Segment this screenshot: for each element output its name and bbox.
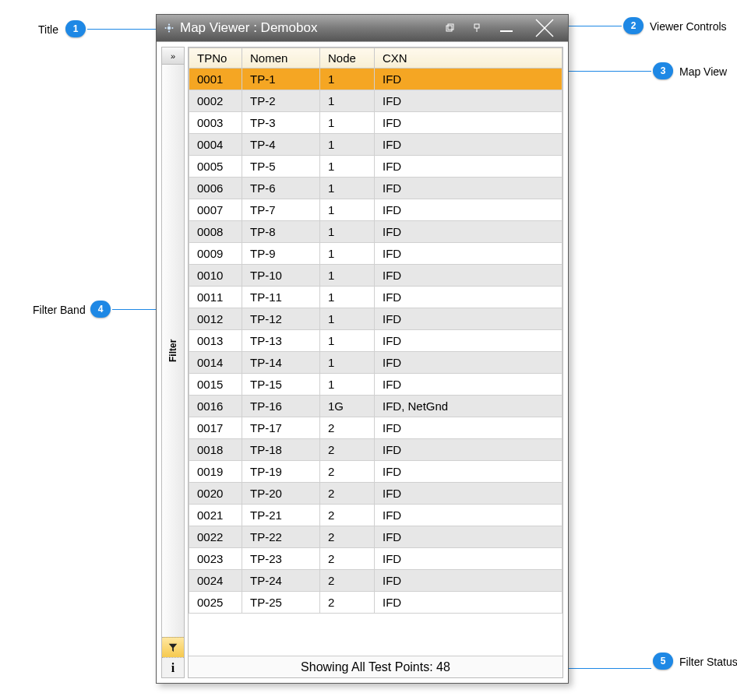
col-header-node[interactable]: Node <box>320 48 375 69</box>
filter-band: » Filter i <box>161 47 185 678</box>
table-row[interactable]: 0001TP-11IFD <box>189 69 562 90</box>
cell-tpno: 0009 <box>189 243 242 265</box>
window-title: Map Viewer : Demobox <box>180 20 317 36</box>
table-row[interactable]: 0003TP-31IFD <box>189 112 562 134</box>
cell-node: 2 <box>320 439 375 461</box>
cell-cxn: IFD <box>375 461 562 483</box>
cell-cxn: IFD <box>375 352 562 374</box>
cell-tpno: 0021 <box>189 505 242 526</box>
titlebar: Map Viewer : Demobox <box>157 15 568 41</box>
cell-nomen: TP-14 <box>242 352 320 374</box>
table-row[interactable]: 0022TP-222IFD <box>189 526 562 548</box>
table-row[interactable]: 0015TP-151IFD <box>189 374 562 396</box>
cell-tpno: 0003 <box>189 112 242 134</box>
cell-node: 2 <box>320 548 375 570</box>
cell-tpno: 0015 <box>189 374 242 396</box>
info-icon[interactable]: i <box>162 657 184 677</box>
cell-node: 1 <box>320 308 375 330</box>
cell-node: 2 <box>320 483 375 505</box>
cell-cxn: IFD <box>375 134 562 156</box>
cell-tpno: 0025 <box>189 592 242 614</box>
table-row[interactable]: 0025TP-252IFD <box>189 592 562 614</box>
cell-nomen: TP-13 <box>242 330 320 352</box>
col-header-nomen[interactable]: Nomen <box>242 48 320 69</box>
minimize-button[interactable] <box>495 19 518 37</box>
col-header-cxn[interactable]: CXN <box>375 48 562 69</box>
cell-node: 1 <box>320 156 375 178</box>
cell-nomen: TP-1 <box>242 69 320 90</box>
table-row[interactable]: 0007TP-71IFD <box>189 199 562 221</box>
cell-nomen: TP-9 <box>242 243 320 265</box>
table-row[interactable]: 0023TP-232IFD <box>189 548 562 570</box>
table-row[interactable]: 0016TP-161GIFD, NetGnd <box>189 396 562 417</box>
cell-cxn: IFD <box>375 243 562 265</box>
callout-2-line <box>559 26 622 26</box>
cell-tpno: 0016 <box>189 396 242 417</box>
pin-icon[interactable] <box>468 19 485 37</box>
cell-tpno: 0001 <box>189 69 242 90</box>
svg-rect-5 <box>448 24 453 30</box>
filter-expand-button[interactable]: » <box>162 47 184 65</box>
table-row[interactable]: 0004TP-41IFD <box>189 134 562 156</box>
table-row[interactable]: 0024TP-242IFD <box>189 570 562 592</box>
cell-tpno: 0010 <box>189 265 242 287</box>
restore-down-icon[interactable] <box>442 19 459 37</box>
cell-cxn: IFD <box>375 526 562 548</box>
callout-3-label: Map View <box>679 65 727 78</box>
cell-node: 1 <box>320 199 375 221</box>
cell-nomen: TP-15 <box>242 374 320 396</box>
cell-cxn: IFD <box>375 592 562 614</box>
table-row[interactable]: 0009TP-91IFD <box>189 243 562 265</box>
map-viewer-window: Map Viewer : Demobox » Filter i <box>156 14 569 684</box>
table-row[interactable]: 0011TP-111IFD <box>189 287 562 308</box>
svg-point-3 <box>168 24 170 26</box>
table-row[interactable]: 0019TP-192IFD <box>189 461 562 483</box>
table-scroll[interactable]: TPNo Nomen Node CXN 0001TP-11IFD0002TP-2… <box>189 47 562 656</box>
cell-node: 2 <box>320 526 375 548</box>
table-row[interactable]: 0020TP-202IFD <box>189 483 562 505</box>
cell-nomen: TP-24 <box>242 570 320 592</box>
table-row[interactable]: 0021TP-212IFD <box>189 505 562 526</box>
cell-node: 1 <box>320 112 375 134</box>
cell-tpno: 0014 <box>189 352 242 374</box>
svg-rect-7 <box>474 24 479 28</box>
table-row[interactable]: 0014TP-141IFD <box>189 352 562 374</box>
table-row[interactable]: 0010TP-101IFD <box>189 265 562 287</box>
cell-cxn: IFD <box>375 90 562 112</box>
cell-cxn: IFD <box>375 505 562 526</box>
cell-node: 1 <box>320 265 375 287</box>
table-row[interactable]: 0002TP-21IFD <box>189 90 562 112</box>
table-row[interactable]: 0013TP-131IFD <box>189 330 562 352</box>
table-row[interactable]: 0008TP-81IFD <box>189 221 562 243</box>
cell-node: 1 <box>320 221 375 243</box>
cell-tpno: 0019 <box>189 461 242 483</box>
table-row[interactable]: 0017TP-172IFD <box>189 417 562 439</box>
cell-nomen: TP-21 <box>242 505 320 526</box>
cell-node: 1 <box>320 352 375 374</box>
table-row[interactable]: 0005TP-51IFD <box>189 156 562 178</box>
cell-tpno: 0007 <box>189 199 242 221</box>
cell-node: 1 <box>320 90 375 112</box>
callout-3-bubble: 3 <box>653 62 673 79</box>
cell-tpno: 0012 <box>189 308 242 330</box>
cell-tpno: 0018 <box>189 439 242 461</box>
cell-cxn: IFD <box>375 570 562 592</box>
cell-nomen: TP-19 <box>242 461 320 483</box>
cell-tpno: 0022 <box>189 526 242 548</box>
cell-cxn: IFD <box>375 330 562 352</box>
cell-cxn: IFD <box>375 483 562 505</box>
callout-1-label: Title <box>38 23 58 36</box>
body-area: » Filter i TPNo Nomen Node CXN <box>157 41 568 683</box>
table-row[interactable]: 0006TP-61IFD <box>189 178 562 199</box>
callout-1-line <box>87 29 165 30</box>
col-header-tpno[interactable]: TPNo <box>189 48 242 69</box>
table-row[interactable]: 0012TP-121IFD <box>189 308 562 330</box>
funnel-icon[interactable] <box>162 637 184 657</box>
table-row[interactable]: 0018TP-182IFD <box>189 439 562 461</box>
cell-cxn: IFD <box>375 199 562 221</box>
close-button[interactable] <box>527 15 562 41</box>
cell-nomen: TP-12 <box>242 308 320 330</box>
cell-cxn: IFD <box>375 417 562 439</box>
cell-cxn: IFD, NetGnd <box>375 396 562 417</box>
cell-cxn: IFD <box>375 548 562 570</box>
